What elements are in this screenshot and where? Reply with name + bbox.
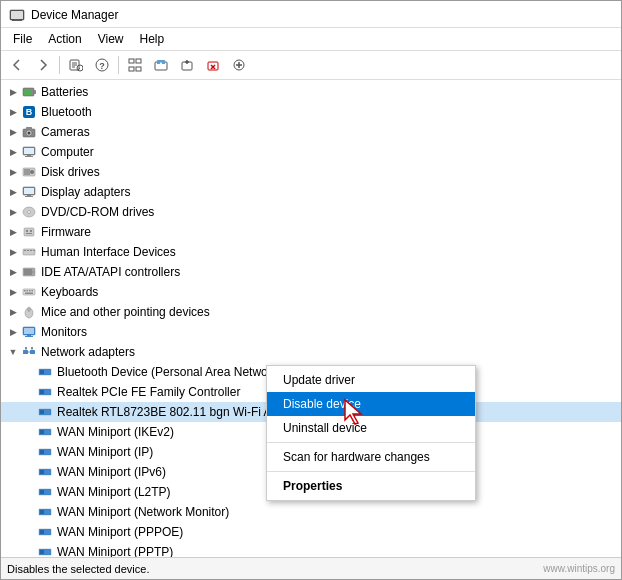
svg-rect-88: [40, 410, 44, 414]
tree-item-wan-pptp[interactable]: WAN Miniport (PPTP): [1, 542, 621, 557]
tree-item-batteries[interactable]: Batteries: [1, 82, 621, 102]
ctx-disable-device[interactable]: Disable device: [267, 392, 475, 416]
svg-rect-13: [136, 59, 141, 63]
ctx-scan-changes[interactable]: Scan for hardware changes: [267, 445, 475, 469]
firmware-icon: [21, 224, 37, 240]
wan-ikev2-icon: [37, 424, 53, 440]
svg-rect-63: [23, 289, 35, 295]
svg-text:▲: ▲: [159, 60, 163, 65]
svg-rect-66: [29, 290, 31, 292]
expand-ide[interactable]: [5, 264, 21, 280]
svg-rect-29: [34, 90, 36, 94]
mice-icon: [21, 304, 37, 320]
wan-netmon-label: WAN Miniport (Network Monitor): [57, 505, 229, 519]
help-button[interactable]: ?: [90, 53, 114, 77]
uninstall-button[interactable]: [201, 53, 225, 77]
svg-rect-51: [24, 228, 34, 236]
expand-button[interactable]: [227, 53, 251, 77]
computer-icon: [21, 144, 37, 160]
computer-label: Computer: [41, 145, 94, 159]
svg-rect-67: [32, 290, 34, 292]
svg-rect-54: [26, 233, 32, 234]
menu-view[interactable]: View: [90, 30, 132, 48]
tree-item-network-adapters[interactable]: Network adapters: [1, 342, 621, 362]
ctx-sep-1: [267, 442, 475, 443]
svg-rect-73: [24, 328, 34, 334]
tree-item-firmware[interactable]: Firmware: [1, 222, 621, 242]
ctx-properties[interactable]: Properties: [267, 474, 475, 498]
scan-button[interactable]: [123, 53, 147, 77]
expand-mice[interactable]: [5, 304, 21, 320]
bluetooth-icon: B: [21, 104, 37, 120]
ctx-uninstall-device[interactable]: Uninstall device: [267, 416, 475, 440]
watermark: www.wintips.org: [543, 563, 615, 574]
tree-item-bluetooth[interactable]: B Bluetooth: [1, 102, 621, 122]
mice-label: Mice and other pointing devices: [41, 305, 210, 319]
svg-rect-14: [129, 67, 134, 71]
update-driver-button[interactable]: ▲: [149, 53, 173, 77]
disk-icon: [21, 164, 37, 180]
disk-label: Disk drives: [41, 165, 100, 179]
realtek-pcie-icon: [37, 384, 53, 400]
expand-cameras[interactable]: [5, 124, 21, 140]
network-adapters-label: Network adapters: [41, 345, 135, 359]
tree-item-wan-pppoe[interactable]: WAN Miniport (PPPOE): [1, 522, 621, 542]
expand-monitors[interactable]: [5, 324, 21, 340]
expand-keyboards[interactable]: [5, 284, 21, 300]
svg-rect-96: [40, 490, 44, 494]
svg-rect-38: [24, 148, 34, 154]
expand-hid[interactable]: [5, 244, 21, 260]
tree-item-disk[interactable]: Disk drives: [1, 162, 621, 182]
properties-button[interactable]: [64, 53, 88, 77]
tree-item-ide[interactable]: IDE ATA/ATAPI controllers: [1, 262, 621, 282]
menu-bar: File Action View Help: [1, 28, 621, 51]
cameras-label: Cameras: [41, 125, 90, 139]
expand-disk[interactable]: [5, 164, 21, 180]
expand-display[interactable]: [5, 184, 21, 200]
ctx-update-driver[interactable]: Update driver: [267, 368, 475, 392]
svg-point-62: [32, 271, 35, 274]
realtek-pcie-label: Realtek PCIe FE Family Controller: [57, 385, 240, 399]
svg-rect-53: [30, 230, 32, 232]
context-menu: Update driver Disable device Uninstall d…: [266, 365, 476, 501]
wan-pptp-icon: [37, 544, 53, 557]
wan-l2tp-icon: [37, 484, 53, 500]
tree-item-hid[interactable]: Human Interface Devices: [1, 242, 621, 262]
toolbar-sep-1: [59, 56, 60, 74]
tree-item-keyboards[interactable]: Keyboards: [1, 282, 621, 302]
tree-item-wan-netmon[interactable]: WAN Miniport (Network Monitor): [1, 502, 621, 522]
tree-item-dvd[interactable]: DVD/CD-ROM drives: [1, 202, 621, 222]
menu-help[interactable]: Help: [132, 30, 173, 48]
svg-rect-30: [24, 89, 32, 95]
tree-item-computer[interactable]: Computer: [1, 142, 621, 162]
network-adapters-icon: [21, 344, 37, 360]
tree-item-display[interactable]: Display adapters: [1, 182, 621, 202]
svg-line-9: [78, 68, 80, 70]
bt-pan-label: Bluetooth Device (Personal Area Network): [57, 365, 282, 379]
expand-dvd[interactable]: [5, 204, 21, 220]
tree-item-monitors[interactable]: Monitors: [1, 322, 621, 342]
svg-rect-68: [25, 293, 33, 295]
tree-item-cameras[interactable]: Cameras: [1, 122, 621, 142]
expand-firmware[interactable]: [5, 224, 21, 240]
add-legacy-button[interactable]: [175, 53, 199, 77]
svg-rect-40: [25, 156, 33, 157]
expand-computer[interactable]: [5, 144, 21, 160]
svg-rect-56: [24, 250, 26, 251]
monitors-label: Monitors: [41, 325, 87, 339]
expand-batteries[interactable]: [5, 84, 21, 100]
realtek-wifi-icon: [37, 404, 53, 420]
menu-action[interactable]: Action: [40, 30, 89, 48]
expand-bluetooth[interactable]: [5, 104, 21, 120]
svg-rect-100: [40, 530, 44, 534]
expand-network[interactable]: [5, 344, 21, 360]
svg-rect-61: [24, 269, 32, 275]
forward-button[interactable]: [31, 53, 55, 77]
window-title: Device Manager: [31, 8, 118, 22]
wan-l2tp-label: WAN Miniport (L2TP): [57, 485, 171, 499]
menu-file[interactable]: File: [5, 30, 40, 48]
tree-item-mice[interactable]: Mice and other pointing devices: [1, 302, 621, 322]
back-button[interactable]: [5, 53, 29, 77]
svg-rect-52: [26, 230, 28, 232]
bluetooth-label: Bluetooth: [41, 105, 92, 119]
